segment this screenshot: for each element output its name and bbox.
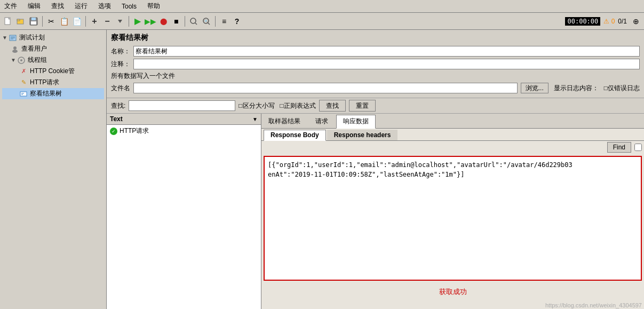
cookie-icon: ✗ <box>19 67 28 76</box>
case-sensitive-option[interactable]: □区分大小写 <box>238 101 274 110</box>
only-error-label: □仅错误日志 <box>604 84 640 93</box>
start-no-pause-button[interactable]: ▶▶ <box>145 15 156 27</box>
user-icon <box>11 45 19 53</box>
tabs-row: 取样器结果 请求 响应数据 <box>261 114 644 129</box>
sep3 <box>129 16 129 27</box>
listener-icon <box>19 90 28 98</box>
toolbar: ✂ 📋 📄 + − ▶ ▶▶ ⬤ ⏹ 🔍 ≡ ? 00:00:00 ⚠ 0 0/… <box>0 13 644 30</box>
request-icon: ✎ <box>19 78 28 87</box>
name-input[interactable] <box>133 46 640 57</box>
result-item-0[interactable]: ✓ HTTP请求 <box>107 125 261 137</box>
search-options: □区分大小写 □正则表达式 <box>238 101 316 110</box>
tree-label-cookie: HTTP Cookie管 <box>30 67 75 76</box>
expand-right-button[interactable]: ⊕ <box>630 15 642 27</box>
menu-edit[interactable]: 编辑 <box>26 1 43 11</box>
new-button[interactable] <box>2 15 14 27</box>
results-column-header: Text <box>110 115 123 123</box>
svg-rect-6 <box>31 21 36 25</box>
results-header: Text ▼ <box>107 114 261 125</box>
response-content: [{"orgId":1,"userId":1,"email":"admin@lo… <box>264 156 642 281</box>
name-label: 名称： <box>111 47 130 56</box>
log-option-label: 显示日志内容： <box>554 84 599 93</box>
svg-point-18 <box>12 50 18 53</box>
menu-run[interactable]: 运行 <box>73 1 90 11</box>
result-icon-green: ✓ <box>110 128 117 135</box>
panel-title: 察看结果树 <box>111 33 640 43</box>
tree-item-listener[interactable]: 察看结果树 <box>2 88 104 99</box>
toolbar-right: 00:00:00 ⚠ 0 0/1 ⊕ <box>565 15 642 27</box>
results-right: 取样器结果 请求 响应数据 Response Body Response hea… <box>261 114 644 309</box>
sort-icon[interactable]: ▼ <box>252 116 258 122</box>
stop-button[interactable]: ⬤ <box>157 15 169 27</box>
cut-button[interactable]: ✂ <box>45 15 57 27</box>
file-row: 文件名 浏览... 显示日志内容： □仅错误日志 <box>111 83 640 93</box>
add-button[interactable]: + <box>89 15 100 27</box>
find-checkbox[interactable] <box>634 144 642 151</box>
menu-tools[interactable]: Tools <box>120 2 139 11</box>
tree-label-request: HTTP请求 <box>30 78 59 87</box>
sub-tab-headers[interactable]: Response headers <box>327 130 398 140</box>
warning-badge: ⚠ 0 <box>603 18 615 25</box>
left-panel: ▼ 测试计划 查看用户 ▼ 线程组 ✗ HTTP Cookie管 <box>0 30 107 309</box>
svg-point-20 <box>20 59 22 61</box>
regex-option[interactable]: □正则表达式 <box>280 101 316 110</box>
tree-item-request[interactable]: ✎ HTTP请求 <box>2 77 104 88</box>
response-line2: enAt":"2019-11-01T10:09:58Z","lastSeenAt… <box>268 170 638 179</box>
results-list: ✓ HTTP请求 <box>107 125 261 309</box>
find-button[interactable]: 查找 <box>319 100 346 112</box>
menu-file[interactable]: 文件 <box>2 1 19 11</box>
tree-item-user[interactable]: 查看用户 <box>2 43 104 54</box>
menu-find[interactable]: 查找 <box>49 1 66 11</box>
name-field: 名称： <box>111 46 640 57</box>
paste-button[interactable]: 📄 <box>71 15 83 27</box>
menu-options[interactable]: 选项 <box>96 1 113 11</box>
file-input[interactable] <box>133 83 518 93</box>
sep5 <box>215 16 216 27</box>
tree-label-listener: 察看结果树 <box>30 89 62 98</box>
remove-button[interactable]: − <box>101 15 113 27</box>
sub-tab-body[interactable]: Response Body <box>264 130 326 141</box>
menu-help[interactable]: 帮助 <box>145 1 162 11</box>
tab-request[interactable]: 请求 <box>308 115 335 128</box>
search-button[interactable]: 🔍 <box>201 15 212 27</box>
tree-label-thread: 线程组 <box>28 56 47 65</box>
browse-button[interactable]: 浏览... <box>521 83 548 93</box>
expand-button[interactable] <box>114 15 126 27</box>
comment-input[interactable] <box>133 59 640 69</box>
tab-sampler[interactable]: 取样器结果 <box>261 115 307 128</box>
sep2 <box>85 16 86 27</box>
help-button[interactable]: ? <box>231 15 243 27</box>
svg-marker-7 <box>118 20 122 23</box>
menu-bar: 文件 编辑 查找 运行 选项 Tools 帮助 <box>0 0 644 13</box>
reset-button[interactable]: 重置 <box>349 100 376 112</box>
comment-field: 注释： <box>111 59 640 69</box>
svg-rect-3 <box>17 19 20 21</box>
result-item-label: HTTP请求 <box>120 126 149 136</box>
list-button[interactable]: ≡ <box>218 15 230 27</box>
copy-button[interactable]: 📋 <box>58 15 70 27</box>
shutdown-button[interactable]: ⏹ <box>170 15 182 27</box>
results-area: Text ▼ ✓ HTTP请求 取样器结果 请求 响应数据 <box>107 114 644 309</box>
sep1 <box>42 16 43 27</box>
tree-item-cookie[interactable]: ✗ HTTP Cookie管 <box>2 66 104 77</box>
svg-point-8 <box>190 18 196 23</box>
panel-header: 察看结果树 名称： 注释： 所有数据写入一个文件 文件名 浏览... 显示日志内… <box>107 30 644 98</box>
file-note: 所有数据写入一个文件 <box>111 72 640 81</box>
counter-badge: 0/1 <box>618 18 627 25</box>
tab-response[interactable]: 响应数据 <box>336 115 376 129</box>
tree-item-plan[interactable]: ▼ 测试计划 <box>2 32 104 43</box>
search-input[interactable] <box>129 100 235 111</box>
tree-item-thread[interactable]: ▼ 线程组 <box>2 54 104 66</box>
save-button[interactable] <box>28 15 39 27</box>
tree-arrow-plan: ▼ <box>2 35 7 41</box>
response-toolbar: Find <box>261 141 644 154</box>
start-button[interactable]: ▶ <box>132 15 144 27</box>
watermark: https://blog.csdn.net/weixin_4304597 <box>261 301 644 309</box>
search-label: 查找: <box>111 101 125 110</box>
thread-icon <box>17 56 26 65</box>
open-button[interactable] <box>15 15 27 27</box>
response-find-button[interactable]: Find <box>607 142 631 153</box>
svg-point-17 <box>13 46 17 50</box>
search-clear-button[interactable] <box>188 15 200 27</box>
search-row: 查找: □区分大小写 □正则表达式 查找 重置 <box>107 98 644 114</box>
